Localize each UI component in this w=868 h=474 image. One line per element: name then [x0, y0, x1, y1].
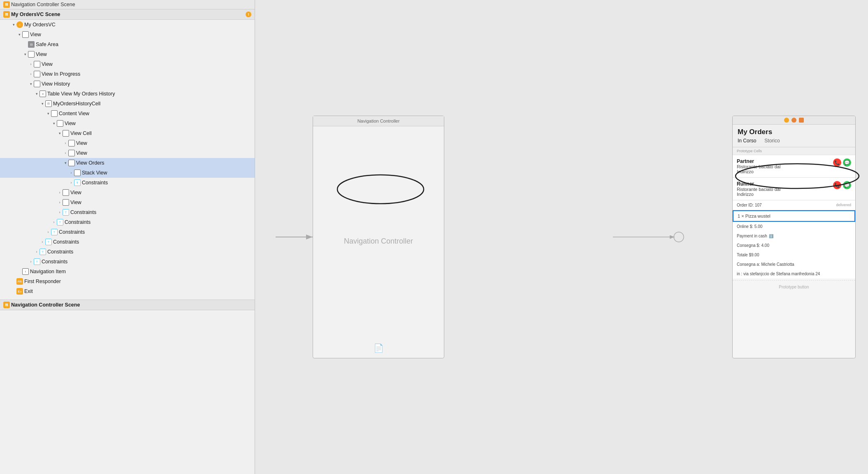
runner-cell: Runner Ristorante baciato dal Indirizzo … — [733, 178, 855, 200]
nav-item-navitem[interactable]: ‹ Navigation Item — [0, 267, 255, 276]
seg-incorso[interactable]: In Corso — [738, 138, 756, 144]
nav-item-view-history[interactable]: View History — [0, 79, 255, 89]
chevron-historycell[interactable] — [39, 101, 45, 107]
chevron-s1[interactable] — [57, 190, 63, 195]
vc-top-bar — [733, 116, 855, 125]
nav-item-viewcell[interactable]: View Cell — [0, 128, 255, 138]
chevron-constraints-c1[interactable] — [57, 209, 63, 215]
main-scene-label: My OrdersVC Scene — [11, 12, 60, 17]
chevron-constraints-c3[interactable] — [45, 229, 51, 235]
runner-btns: 📞 💬 — [833, 181, 851, 189]
runner-subtitle2: Indirizzo — [737, 192, 780, 197]
chevron-tableview[interactable] — [34, 91, 39, 97]
nav-item-constraints-c4[interactable]: T Constraints — [0, 237, 255, 247]
navitem-icon: ‹ — [22, 268, 29, 275]
bottom-scene-icon: ⊞ — [3, 302, 10, 308]
online-line: Online $: 5.00 — [733, 222, 855, 231]
nav-item-view-inner[interactable]: View — [0, 59, 255, 69]
scene-icon: ⊞ — [3, 1, 10, 8]
chevron-view-cc[interactable] — [51, 121, 57, 126]
chevron-constraints-stack[interactable] — [68, 180, 74, 186]
chevron-s2[interactable] — [57, 200, 63, 205]
nav-item-view-vc1[interactable]: View — [0, 138, 255, 148]
vc-nav-title: My Orders — [738, 128, 850, 136]
chevron-viewcell[interactable] — [57, 130, 63, 136]
chevron-constraints-c4[interactable] — [39, 239, 45, 245]
vc-nav-bar: My Orders In Corso Storico — [733, 125, 855, 147]
dot-grid — [799, 118, 804, 123]
chevron-view-child[interactable] — [22, 51, 28, 57]
runner-title: Runner — [737, 181, 780, 187]
top-scene-label: Navigation Controller Scene — [11, 2, 75, 7]
nav-item-vieworders[interactable]: View Orders — [0, 158, 255, 168]
chevron-vieworders[interactable] — [63, 160, 68, 166]
chevron-view-inner[interactable] — [28, 61, 34, 67]
viewcell-icon — [63, 130, 69, 137]
nav-item-view-vc2[interactable]: View — [0, 148, 255, 158]
exit-icon: Ex — [16, 288, 23, 295]
chevron-constraints-c6[interactable] — [28, 259, 34, 265]
nav-item-constraints-c5[interactable]: T Constraints — [0, 247, 255, 257]
nav-item-myordersvc[interactable]: ○ My OrdersVC — [0, 20, 255, 30]
constraints-icon-c4: T — [45, 239, 52, 245]
partner-cell-content: Partner Ristorante baciato dal Indirizzo — [737, 158, 780, 174]
runner-msg-btn[interactable]: 💬 — [843, 181, 851, 189]
nav-item-constraints-stack[interactable]: T Constraints — [0, 178, 255, 188]
view-icon-s2 — [63, 199, 69, 206]
totale-line: Totale $9.00 — [733, 250, 855, 260]
nav-item-contentview[interactable]: Content View — [0, 109, 255, 118]
nav-item-constraints-c6[interactable]: T Constraints — [0, 257, 255, 267]
view-icon-inprogress — [34, 71, 40, 77]
top-scene-header[interactable]: ⊞ Navigation Controller Scene — [0, 0, 255, 9]
nc-doc-icon: 📄 — [374, 343, 384, 353]
stackview-icon — [74, 170, 81, 176]
bottom-scene-header[interactable]: ⊞ Navigation Controller Scene — [0, 300, 255, 310]
nav-item-constraints-c3[interactable]: T Constraints — [0, 227, 255, 237]
constraints-icon-c1: T — [63, 209, 69, 216]
nav-item-stackview[interactable]: Stack View — [0, 168, 255, 178]
contentview-icon — [51, 110, 58, 117]
nav-item-view-s2[interactable]: View — [0, 198, 255, 207]
chevron-myordersvc[interactable] — [11, 22, 16, 28]
nav-item-constraints-c2[interactable]: T Constraints — [0, 217, 255, 227]
chevron-view-inprogress[interactable] — [28, 71, 34, 77]
nav-item-tableview[interactable]: ≡ Table View My Orders History — [0, 89, 255, 99]
chevron-vc2[interactable] — [63, 150, 68, 156]
nav-item-view-child[interactable]: View — [0, 49, 255, 59]
nc-frame-body: Navigation Controller — [313, 126, 444, 356]
partner-call-btn[interactable]: 📞 — [833, 158, 841, 167]
nc-frame-title: Navigation Controller — [313, 116, 444, 126]
vc-prototype-label: Prototype Cells — [733, 147, 855, 155]
chevron-constraints-c5[interactable] — [34, 249, 39, 255]
pizza-line-container: 1 × Pizza wustel — [733, 210, 855, 222]
nav-item-historycell[interactable]: ⊟ MyOrdersHistoryCell — [0, 99, 255, 109]
seg-storico[interactable]: Storico — [764, 138, 780, 144]
nav-item-safearea[interactable]: ⊟ Safe Area — [0, 40, 255, 49]
nav-item-constraints-c1[interactable]: T Constraints — [0, 207, 255, 217]
nav-item-view-s1[interactable]: View — [0, 188, 255, 198]
chevron-constraints-c2[interactable] — [51, 219, 57, 225]
constraints-icon-c6: T — [34, 258, 40, 265]
view-icon-child — [28, 51, 35, 58]
canvas-inner: Navigation Controller Navigation Control… — [255, 0, 868, 474]
in-line: in : via stefanjccio de Stefana manfredo… — [733, 269, 855, 279]
partner-msg-btn[interactable]: 💬 — [843, 158, 851, 167]
navigator-panel: ⊞ Navigation Controller Scene ⊞ My Order… — [0, 0, 255, 474]
nav-item-view-root[interactable]: View — [0, 30, 255, 40]
chevron-contentview[interactable] — [45, 111, 51, 116]
nav-item-view-inprogress[interactable]: View In Progress — [0, 69, 255, 79]
runner-call-btn[interactable]: 📞 — [833, 181, 841, 189]
nav-item-exit[interactable]: Ex Exit — [0, 286, 255, 296]
runner-cell-row: Runner Ristorante baciato dal Indirizzo … — [737, 181, 851, 197]
tableview-icon: ≡ — [39, 91, 46, 97]
view-icon-inner — [34, 61, 40, 67]
chevron-view-root[interactable] — [16, 32, 22, 37]
pizza-line: 1 × Pizza wustel — [733, 210, 855, 222]
chevron-stackview[interactable] — [68, 170, 74, 176]
chevron-view-history[interactable] — [28, 81, 34, 87]
nav-item-firstresponder[interactable]: FR First Responder — [0, 276, 255, 286]
nav-item-view-cc[interactable]: View — [0, 118, 255, 128]
consegna-line: Consegna $: 4.00 — [733, 241, 855, 250]
main-scene-header[interactable]: ⊞ My OrdersVC Scene ! — [0, 9, 255, 20]
chevron-vc1[interactable] — [63, 140, 68, 146]
